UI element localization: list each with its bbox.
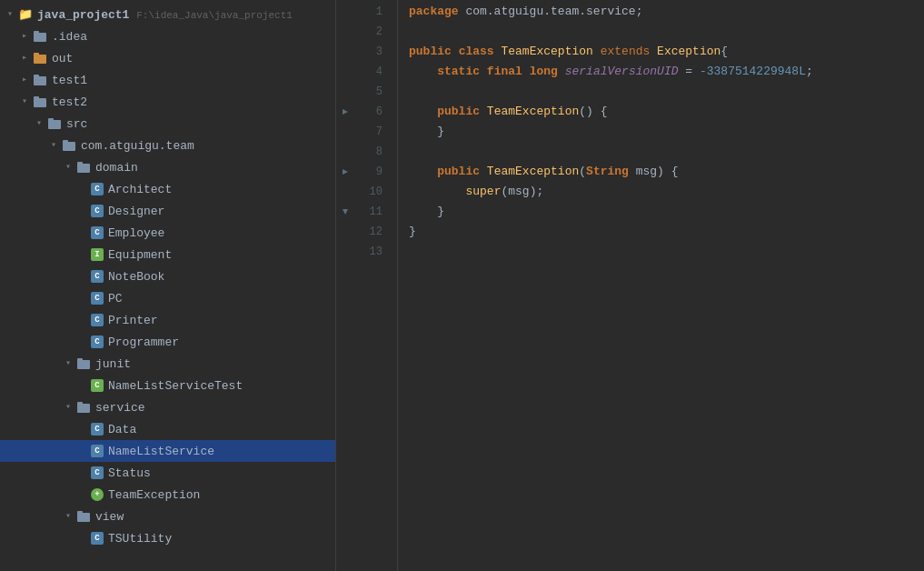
token: TeamException: [487, 165, 579, 178]
token: [409, 165, 437, 178]
token: [409, 185, 465, 198]
tree-item-Designer[interactable]: CDesigner: [0, 200, 335, 222]
svg-rect-1: [34, 31, 39, 35]
tree-arrow-service: ▾: [62, 401, 75, 414]
tree-arrow-NoteBook: [76, 270, 89, 283]
tree-item-Printer[interactable]: CPrinter: [0, 309, 335, 331]
tree-arrow-NameListServiceTest: [76, 379, 89, 392]
tree-item-java_project1[interactable]: ▾📁java_project1 F:\idea_Java\java_projec…: [0, 4, 335, 25]
tree-icon-service: [76, 400, 91, 415]
token: com.atguigu.team.service;: [459, 5, 643, 18]
tree-item-out[interactable]: ▸out: [0, 47, 335, 69]
tree-label-view: view: [95, 510, 124, 524]
tree-item-junit[interactable]: ▾junit: [0, 353, 335, 375]
code-line-13: [409, 242, 924, 262]
tree-item-Data[interactable]: CData: [0, 418, 335, 440]
tree-icon-junit: [76, 356, 91, 371]
svg-rect-17: [77, 402, 83, 406]
tree-item-view[interactable]: ▾view: [0, 506, 335, 527]
tree-icon-Architect: C: [91, 183, 104, 195]
tree-icon-Data: C: [91, 423, 104, 436]
tree-label-Programmer: Programmer: [108, 336, 179, 349]
tree-label-Architect: Architect: [108, 183, 172, 196]
svg-rect-11: [63, 140, 68, 144]
tree-arrow-junit: ▾: [62, 357, 75, 370]
tree-arrow-java_project1: ▾: [4, 8, 16, 21]
tree-label-src: src: [66, 117, 87, 131]
tree-label-test2: test2: [52, 95, 87, 109]
token: ;: [806, 65, 813, 78]
svg-rect-9: [48, 118, 54, 122]
line-number-11: 11: [354, 202, 390, 222]
code-line-1: package com.atguigu.team.service;: [409, 2, 924, 22]
tree-item-Programmer[interactable]: CProgrammer: [0, 331, 335, 353]
tree-arrow-Equipment: [76, 248, 89, 261]
svg-rect-19: [77, 511, 83, 515]
token: [452, 45, 459, 58]
tree-item-Status[interactable]: CStatus: [0, 462, 335, 484]
token: public: [437, 165, 480, 178]
code-editor: 12345678910111213 package com.atguigu.te…: [336, 0, 924, 571]
tree-label-PC: PC: [108, 292, 123, 306]
token: serialVersionUID: [565, 65, 679, 78]
tree-label-junit: junit: [95, 357, 131, 371]
line-number-12: 12: [354, 222, 390, 242]
tree-icon-java_project1: 📁: [18, 7, 33, 22]
tree-label-NoteBook: NoteBook: [108, 270, 164, 284]
code-line-10: super(msg);: [409, 182, 924, 202]
token: }: [409, 205, 444, 218]
tree-arrow-TSUtility: [76, 532, 89, 545]
tree-item-test1[interactable]: ▸test1: [0, 69, 335, 91]
tree-arrow-TeamException: [76, 488, 89, 501]
tree-item-Architect[interactable]: CArchitect: [0, 178, 335, 200]
tree-arrow-Designer: [76, 205, 89, 217]
tree-icon-Equipment: I: [91, 248, 104, 261]
code-line-7: }: [409, 122, 924, 142]
tree-item-TSUtility[interactable]: CTSUtility: [0, 527, 335, 549]
tree-icon-view: [76, 509, 91, 524]
tree-item-PC[interactable]: CPC: [0, 287, 335, 309]
tree-item-Equipment[interactable]: IEquipment: [0, 244, 335, 265]
code-line-8: [409, 142, 924, 162]
tree-icon-Status: C: [91, 466, 104, 479]
tree-icon-Designer: C: [91, 205, 104, 217]
code-line-5: [409, 82, 924, 102]
token: class: [459, 45, 494, 58]
tree-item-NameListService[interactable]: CNameListService: [0, 440, 335, 462]
gutter-icons: [336, 0, 354, 571]
tree-arrow-src: ▾: [33, 117, 45, 130]
token: (msg);: [501, 185, 543, 198]
tree-item-TeamException[interactable]: +TeamException: [0, 484, 335, 506]
svg-rect-7: [34, 96, 39, 100]
tree-item-com.atguigu.team[interactable]: ▾com.atguigu.team: [0, 135, 335, 156]
tree-label-TeamException: TeamException: [108, 488, 200, 502]
tree-item-domain[interactable]: ▾domain: [0, 156, 335, 178]
tree-label-java_project1: java_project1 F:\idea_Java\java_project1: [37, 8, 293, 22]
tree-arrow-out: ▸: [18, 52, 31, 65]
tree-item-test2[interactable]: ▾test2: [0, 91, 335, 113]
tree-label-out: out: [52, 52, 73, 65]
token: long: [530, 65, 558, 78]
tree-icon-Programmer: C: [91, 336, 104, 348]
line-number-2: 2: [354, 22, 390, 42]
tree-item-NameListServiceTest[interactable]: CNameListServiceTest: [0, 375, 335, 396]
tree-label-Printer: Printer: [108, 314, 158, 327]
tree-icon-NameListService: C: [91, 445, 104, 457]
tree-arrow-Status: [76, 466, 89, 479]
tree-label-Designer: Designer: [108, 205, 164, 218]
tree-arrow-PC: [76, 292, 89, 305]
tree-item-NoteBook[interactable]: CNoteBook: [0, 265, 335, 287]
tree-icon-TeamException: +: [91, 488, 104, 501]
tree-icon-test2: [33, 95, 47, 109]
token: TeamException: [487, 105, 579, 118]
code-line-3: public class TeamException extends Excep…: [409, 42, 924, 62]
svg-rect-15: [77, 358, 83, 362]
tree-item-service[interactable]: ▾service: [0, 396, 335, 418]
tree-item-idea[interactable]: ▸.idea: [0, 25, 335, 47]
tree-icon-com.atguigu.team: [62, 138, 76, 153]
tree-item-src[interactable]: ▾src: [0, 113, 335, 135]
tree-icon-NoteBook: C: [91, 270, 104, 283]
token: [480, 105, 487, 118]
tree-label-NameListServiceTest: NameListServiceTest: [108, 379, 243, 393]
tree-item-Employee[interactable]: CEmployee: [0, 222, 335, 244]
